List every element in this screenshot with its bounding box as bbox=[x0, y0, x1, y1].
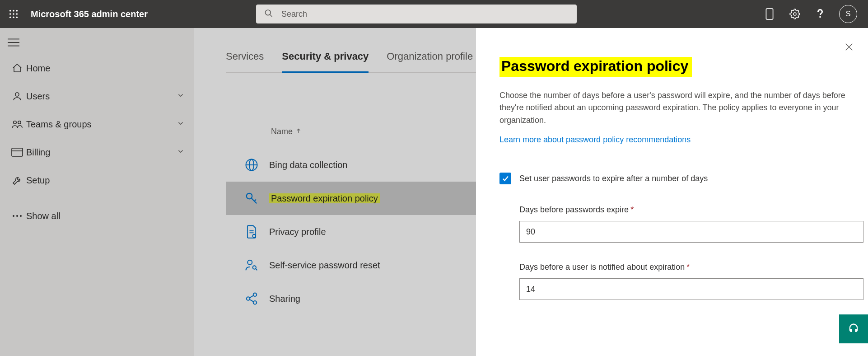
svg-line-10 bbox=[270, 14, 272, 17]
svg-point-4 bbox=[13, 13, 14, 15]
sidebar-separator bbox=[9, 199, 185, 199]
sidebar-item-label: Billing bbox=[26, 147, 177, 158]
svg-point-12 bbox=[793, 13, 796, 15]
days-expire-input[interactable] bbox=[519, 221, 863, 243]
days-notify-input[interactable] bbox=[519, 278, 863, 300]
people-icon bbox=[8, 119, 26, 130]
chevron-down-icon bbox=[177, 119, 185, 130]
settings-icon[interactable] bbox=[789, 8, 801, 20]
panel-description: Choose the number of days before a user'… bbox=[499, 89, 847, 127]
list-item-label: Sharing bbox=[269, 294, 300, 304]
chevron-down-icon bbox=[177, 91, 185, 102]
device-icon[interactable] bbox=[763, 8, 776, 20]
app-title: Microsoft 365 admin center bbox=[31, 9, 148, 19]
sidebar-item-label: Setup bbox=[26, 175, 185, 186]
sidebar-item-users[interactable]: Users bbox=[0, 82, 194, 110]
sidebar-item-label: Home bbox=[26, 63, 185, 74]
svg-point-8 bbox=[16, 17, 18, 19]
svg-rect-19 bbox=[12, 148, 23, 156]
svg-point-17 bbox=[14, 121, 16, 124]
column-header-label: Name bbox=[271, 127, 293, 136]
svg-point-35 bbox=[247, 297, 250, 300]
nav-collapse-icon[interactable] bbox=[0, 31, 27, 54]
sidebar-item-label: Show all bbox=[26, 211, 185, 221]
svg-point-23 bbox=[20, 215, 22, 217]
svg-point-32 bbox=[247, 260, 252, 265]
account-avatar[interactable]: S bbox=[839, 5, 857, 23]
svg-point-6 bbox=[9, 17, 11, 19]
svg-point-5 bbox=[16, 13, 18, 15]
card-icon bbox=[8, 148, 26, 157]
tab-services[interactable]: Services bbox=[226, 51, 264, 72]
expire-checkbox-label: Set user passwords to expire after a num… bbox=[519, 174, 708, 183]
list-item-label: Bing data collection bbox=[269, 160, 347, 170]
help-icon[interactable] bbox=[814, 8, 826, 20]
svg-point-21 bbox=[13, 215, 14, 217]
sidebar-item-setup[interactable]: Setup bbox=[0, 166, 194, 194]
list-item-label: Privacy profile bbox=[269, 227, 326, 237]
svg-point-16 bbox=[15, 93, 19, 96]
field-days-expire-label: Days before passwords expire* bbox=[519, 205, 847, 215]
panel-title: Password expiration policy bbox=[499, 57, 847, 77]
share-icon bbox=[234, 292, 269, 305]
sidebar-item-label: Users bbox=[26, 91, 177, 102]
field-days-expire: Days before passwords expire* bbox=[499, 205, 847, 243]
more-icon bbox=[8, 214, 26, 218]
field-days-notify: Days before a user is notified about exp… bbox=[499, 262, 847, 300]
sidebar: Home Users Teams & groups Billing bbox=[0, 28, 194, 356]
key-icon bbox=[234, 192, 269, 205]
tab-security-privacy[interactable]: Security & privacy bbox=[282, 51, 369, 72]
svg-point-22 bbox=[16, 215, 18, 217]
svg-point-1 bbox=[13, 10, 14, 12]
tab-organization-profile[interactable]: Organization profile bbox=[387, 51, 473, 72]
close-button[interactable] bbox=[841, 39, 857, 55]
svg-rect-11 bbox=[766, 9, 773, 19]
app-launcher-icon[interactable] bbox=[0, 0, 27, 28]
list-item-label: Password expiration policy bbox=[269, 193, 380, 204]
topbar: Microsoft 365 admin center S bbox=[0, 0, 868, 28]
flyout-panel: Password expiration policy Choose the nu… bbox=[476, 28, 868, 356]
svg-point-36 bbox=[253, 301, 257, 304]
svg-point-18 bbox=[18, 121, 21, 124]
chevron-down-icon bbox=[177, 147, 185, 158]
learn-more-link[interactable]: Learn more about password policy recomme… bbox=[499, 135, 691, 145]
svg-point-0 bbox=[9, 10, 11, 12]
expire-checkbox[interactable] bbox=[499, 173, 511, 184]
list-item-label: Self-service password reset bbox=[269, 260, 380, 271]
field-days-notify-label: Days before a user is notified about exp… bbox=[519, 262, 847, 272]
search-icon bbox=[264, 9, 273, 19]
svg-point-9 bbox=[265, 10, 271, 15]
global-search[interactable] bbox=[256, 5, 577, 23]
app-body: Home Users Teams & groups Billing bbox=[0, 28, 868, 356]
user-icon bbox=[8, 91, 26, 102]
svg-line-37 bbox=[250, 295, 254, 298]
topbar-right: S bbox=[763, 5, 862, 23]
svg-point-7 bbox=[13, 17, 14, 19]
svg-line-38 bbox=[250, 300, 254, 302]
document-icon bbox=[234, 225, 269, 239]
expire-checkbox-row: Set user passwords to expire after a num… bbox=[499, 173, 847, 184]
sidebar-item-teams-groups[interactable]: Teams & groups bbox=[0, 110, 194, 138]
avatar-initial: S bbox=[846, 10, 851, 18]
svg-point-2 bbox=[16, 10, 18, 12]
svg-point-3 bbox=[9, 13, 11, 15]
wrench-icon bbox=[8, 175, 26, 186]
search-input[interactable] bbox=[256, 5, 577, 23]
svg-point-31 bbox=[252, 234, 256, 238]
sort-asc-icon bbox=[295, 127, 302, 136]
person-key-icon bbox=[234, 258, 269, 272]
svg-point-34 bbox=[253, 293, 257, 297]
sidebar-item-label: Teams & groups bbox=[26, 119, 177, 130]
help-fab[interactable] bbox=[839, 314, 868, 343]
sidebar-item-billing[interactable]: Billing bbox=[0, 138, 194, 166]
sidebar-item-home[interactable]: Home bbox=[0, 54, 194, 82]
home-icon bbox=[8, 63, 26, 74]
globe-icon bbox=[234, 158, 269, 172]
sidebar-show-all[interactable]: Show all bbox=[0, 202, 194, 230]
